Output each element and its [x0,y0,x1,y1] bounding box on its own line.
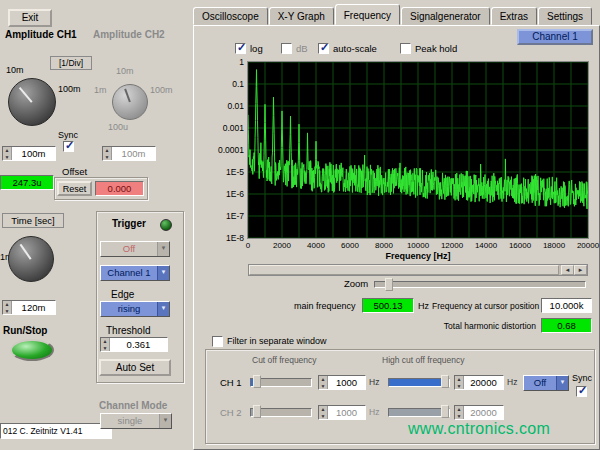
trigger-title: Trigger [112,218,146,229]
thd-label: Total harmonic distortion [400,321,536,331]
knob-needle [124,88,131,102]
tab-x-y-graph[interactable]: X-Y Graph [269,7,334,25]
slider-thumb[interactable] [253,405,261,418]
spectrum-plot[interactable] [247,61,589,239]
filter-sync-checkbox[interactable] [576,386,587,397]
zoom-label: Zoom [344,278,368,289]
spinner-arrows-icon[interactable]: ▲▼ [455,376,464,389]
y-axis-tick-label: 1 [239,57,244,67]
timebase-knob[interactable] [8,236,54,282]
zoom-slider-thumb[interactable] [385,278,393,291]
x-axis-tick-label: 16000 [503,241,537,250]
trigger-threshold-spinner[interactable]: ▲▼ 0.361 [100,337,168,352]
hz-unit-label: Hz [369,407,379,417]
channel-select-button[interactable]: Channel 1 [517,29,593,45]
zoom-slider[interactable] [374,281,586,288]
filter-mode-dropdown[interactable]: Off ▼ [523,375,569,391]
tab-signalgenerator[interactable]: Signalgenerator [401,7,490,25]
ch1-high-cutoff-slider[interactable] [388,378,450,387]
chevron-down-icon: ▼ [157,242,169,256]
main-frequency-display: 500.13 [362,298,414,313]
ch2-high-cutoff-slider[interactable] [388,408,450,417]
hz-unit-label: Hz [369,377,379,387]
x-axis-title: Frequency [Hz] [248,251,588,261]
ch1-scale-spinner[interactable]: ▲▼ 100m [2,146,56,161]
high-cutoff-header: High cut off frequency [382,355,465,365]
ch2-high-cutoff-spinner[interactable]: ▲▼ 20000 [454,405,504,420]
x-axis-tick-label: 8000 [367,241,401,250]
trigger-edge-dropdown[interactable]: rising ▼ [100,301,170,317]
chevron-down-icon: ▼ [556,376,568,390]
offset-reset-button[interactable]: Reset [57,181,92,196]
chevron-down-icon: ▼ [157,266,169,280]
version-label: 012 C. Zeitnitz V1.41 [3,426,82,436]
run-stop-led-button[interactable] [10,339,54,361]
ch1-high-cutoff-spinner[interactable]: ▲▼ 20000 [454,375,504,390]
db-checkbox[interactable] [281,43,292,54]
scrollbar-thumb[interactable] [249,265,559,275]
x-axis-tick-label: 12000 [435,241,469,250]
ch1-scale-value: 100m [12,147,55,160]
slider-fill [389,409,449,416]
plot-h-scrollbar[interactable]: ◄ ► [248,264,588,276]
scrollbar-right-arrow-icon[interactable]: ► [574,265,587,275]
y-axis-tick-label: 0.01 [227,101,244,111]
y-axis-tick-labels: 10.10.010.0010.00011E-51E-61E-71E-8 [203,0,246,250]
ch2-low-cutoff-slider[interactable] [250,408,312,417]
amplitude-ch1-knob[interactable] [8,78,56,126]
ch1-measured-value-display: 247.3u [0,175,54,190]
slider-thumb[interactable] [441,375,449,388]
thd-display: 0.68 [541,318,592,333]
exit-button[interactable]: Exit [8,9,52,27]
spinner-arrows-icon[interactable]: ▲▼ [455,406,464,419]
chevron-down-icon: ▼ [159,414,171,428]
slider-thumb[interactable] [441,405,449,418]
peak-hold-checkbox[interactable] [400,43,411,54]
chevron-down-icon: ▼ [157,302,169,316]
ch2-low-cutoff-value: 1000 [328,406,365,419]
spinner-arrows-icon[interactable]: ▲▼ [3,301,12,314]
tab-extras[interactable]: Extras [491,7,537,25]
trigger-group [96,211,184,383]
main-frequency-label: main frequency [294,301,356,311]
ch2-low-cutoff-spinner[interactable]: ▲▼ 1000 [318,405,366,420]
ch2-scale-spinner[interactable]: ▲▼ 100m [102,146,156,161]
y-axis-tick-label: 0.001 [223,123,244,133]
ch1-low-cutoff-slider[interactable] [250,378,312,387]
auto-scale-checkbox[interactable] [318,43,329,54]
ch1-low-cutoff-spinner[interactable]: ▲▼ 1000 [318,375,366,390]
trigger-source-dropdown[interactable]: Channel 1 ▼ [100,265,170,281]
trigger-mode-dropdown[interactable]: Off ▼ [100,241,170,257]
x-axis-tick-label: 18000 [537,241,571,250]
amplitude-ch2-knob[interactable] [112,84,148,120]
spinner-arrows-icon[interactable]: ▲▼ [3,147,12,160]
auto-set-button[interactable]: Auto Set [99,359,171,376]
spinner-arrows-icon[interactable]: ▲▼ [103,147,112,160]
slider-thumb[interactable] [253,375,261,388]
channel-mode-label: Channel Mode [99,400,167,411]
y-axis-tick-label: 0.1 [232,79,244,89]
filter-window-label: Filter in separate window [227,336,327,346]
filter-sync-label: Sync [572,373,592,383]
slider-fill [389,379,449,386]
channel-mode-value: single [101,414,159,428]
knob-needle [20,243,32,259]
filter-ch1-label: CH 1 [220,377,242,388]
db-checkbox-label: dB [296,43,308,54]
amplitude-sync-checkbox[interactable] [63,141,74,152]
x-axis-tick-labels: 0200040006000800010000120001400016000180… [248,241,588,251]
timebase-spinner[interactable]: ▲▼ 120m [2,300,56,315]
spinner-arrows-icon[interactable]: ▲▼ [319,406,328,419]
spinner-arrows-icon[interactable]: ▲▼ [101,338,110,351]
channel-mode-dropdown[interactable]: single ▼ [100,413,172,429]
x-axis-tick-label: 4000 [299,241,333,250]
tab-frequency[interactable]: Frequency [335,4,400,25]
scrollbar-left-arrow-icon[interactable]: ◄ [561,265,574,275]
spinner-arrows-icon[interactable]: ▲▼ [319,376,328,389]
trigger-threshold-label: Threshold [106,325,150,336]
soundcard-scope-window: Exit OscilloscopeX-Y GraphFrequencySigna… [0,0,600,450]
tab-settings[interactable]: Settings [538,7,592,25]
ch2-scale-value: 100m [112,147,155,160]
filter-window-checkbox[interactable] [212,336,223,347]
run-stop-label: Run/Stop [3,325,47,336]
